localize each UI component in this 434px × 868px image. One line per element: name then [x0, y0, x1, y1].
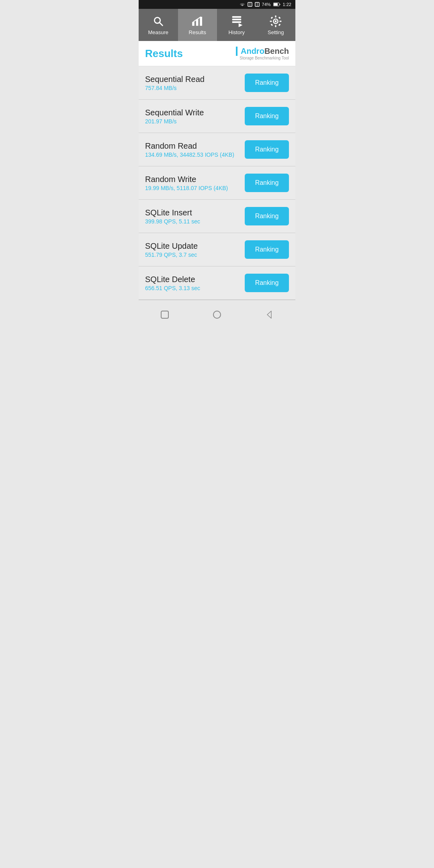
svg-rect-22: [271, 16, 273, 19]
tab-measure[interactable]: Measure: [139, 9, 178, 41]
svg-rect-14: [232, 21, 241, 23]
result-info: SQLite Update 551.79 QPS, 3.7 sec: [145, 242, 198, 258]
result-info: Random Write 19.99 MB/s, 5118.07 IOPS (4…: [145, 175, 228, 191]
nav-square-button[interactable]: [156, 306, 174, 323]
back-icon: [264, 309, 274, 320]
result-row: SQLite Update 551.79 QPS, 3.7 sec Rankin…: [139, 233, 295, 266]
svg-rect-20: [270, 20, 272, 22]
svg-line-7: [159, 22, 162, 25]
ranking-button[interactable]: Ranking: [245, 74, 289, 92]
svg-rect-18: [275, 15, 276, 17]
battery-level: 74%: [262, 2, 271, 7]
svg-rect-23: [278, 16, 281, 19]
result-row: Random Read 134.69 MB/s, 34482.53 IOPS (…: [139, 133, 295, 166]
svg-rect-5: [274, 3, 278, 6]
ranking-button[interactable]: Ranking: [245, 107, 289, 125]
result-name: Random Write: [145, 175, 228, 184]
result-info: SQLite Delete 656.51 QPS, 3.13 sec: [145, 275, 200, 291]
result-name: Sequential Read: [145, 75, 205, 84]
status-bar: 74% 1:22: [139, 0, 295, 9]
svg-point-27: [213, 311, 221, 318]
result-row: Sequential Write 201.97 MB/s Ranking: [139, 100, 295, 133]
svg-rect-9: [196, 19, 199, 26]
chart-icon: [191, 15, 204, 28]
nav-tabs: Measure Results History: [139, 9, 295, 41]
result-name: Sequential Write: [145, 108, 204, 117]
result-name: SQLite Delete: [145, 275, 200, 284]
result-info: Random Read 134.69 MB/s, 34482.53 IOPS (…: [145, 141, 234, 158]
svg-rect-25: [278, 23, 281, 26]
svg-marker-15: [239, 23, 243, 27]
svg-rect-10: [200, 16, 203, 25]
result-list: Sequential Read 757.84 MB/s Ranking Sequ…: [139, 66, 295, 300]
result-value: 656.51 QPS, 3.13 sec: [145, 285, 200, 291]
result-value: 399.98 QPS, 5.11 sec: [145, 218, 200, 225]
gear-icon: [269, 15, 282, 28]
circle-icon: [212, 309, 222, 320]
ranking-button[interactable]: Ranking: [245, 174, 289, 192]
result-name: SQLite Update: [145, 242, 198, 251]
ranking-button[interactable]: Ranking: [245, 140, 289, 159]
tab-history[interactable]: History: [217, 9, 256, 41]
result-value: 757.84 MB/s: [145, 85, 205, 91]
result-row: Sequential Read 757.84 MB/s Ranking: [139, 66, 295, 100]
svg-rect-21: [280, 20, 282, 22]
nav-back-button[interactable]: [260, 306, 278, 323]
tab-results[interactable]: Results: [178, 9, 217, 41]
result-row: SQLite Delete 656.51 QPS, 3.13 sec Ranki…: [139, 266, 295, 300]
page-header: Results AndroBench Storage Benchmarking …: [139, 41, 295, 66]
clock: 1:22: [283, 2, 291, 7]
result-value: 19.99 MB/s, 5118.07 IOPS (4KB): [145, 185, 228, 191]
logo-main: AndroBench: [236, 47, 289, 56]
svg-rect-8: [192, 22, 194, 26]
ranking-button[interactable]: Ranking: [245, 207, 289, 225]
svg-rect-12: [232, 16, 241, 18]
result-row: Random Write 19.99 MB/s, 5118.07 IOPS (4…: [139, 166, 295, 200]
result-row: SQLite Insert 399.98 QPS, 5.11 sec Ranki…: [139, 200, 295, 233]
result-name: SQLite Insert: [145, 208, 200, 217]
result-value: 551.79 QPS, 3.7 sec: [145, 252, 198, 258]
result-info: SQLite Insert 399.98 QPS, 5.11 sec: [145, 208, 200, 225]
svg-rect-13: [232, 18, 241, 20]
svg-rect-24: [271, 23, 273, 26]
nav-home-button[interactable]: [208, 306, 226, 323]
result-value: 201.97 MB/s: [145, 118, 204, 125]
history-icon: [230, 15, 243, 28]
battery-icon: [273, 2, 280, 6]
svg-rect-19: [275, 25, 276, 27]
sim2-icon: [255, 2, 260, 7]
page-title: Results: [145, 47, 183, 60]
logo-sub: Storage Benchmarking Tool: [240, 56, 289, 60]
tab-setting[interactable]: Setting: [256, 9, 296, 41]
sim-icon: [248, 2, 252, 7]
ranking-button[interactable]: Ranking: [245, 274, 289, 292]
svg-point-17: [275, 20, 277, 22]
logo: AndroBench Storage Benchmarking Tool: [236, 47, 289, 60]
search-icon: [152, 15, 165, 28]
result-name: Random Read: [145, 141, 234, 151]
result-info: Sequential Write 201.97 MB/s: [145, 108, 204, 125]
result-value: 134.69 MB/s, 34482.53 IOPS (4KB): [145, 151, 234, 158]
svg-marker-28: [267, 311, 271, 318]
svg-rect-26: [161, 311, 168, 318]
bottom-nav: [139, 300, 295, 329]
result-info: Sequential Read 757.84 MB/s: [145, 75, 205, 91]
square-icon: [160, 309, 170, 320]
wifi-icon: [240, 2, 245, 7]
ranking-button[interactable]: Ranking: [245, 240, 289, 259]
